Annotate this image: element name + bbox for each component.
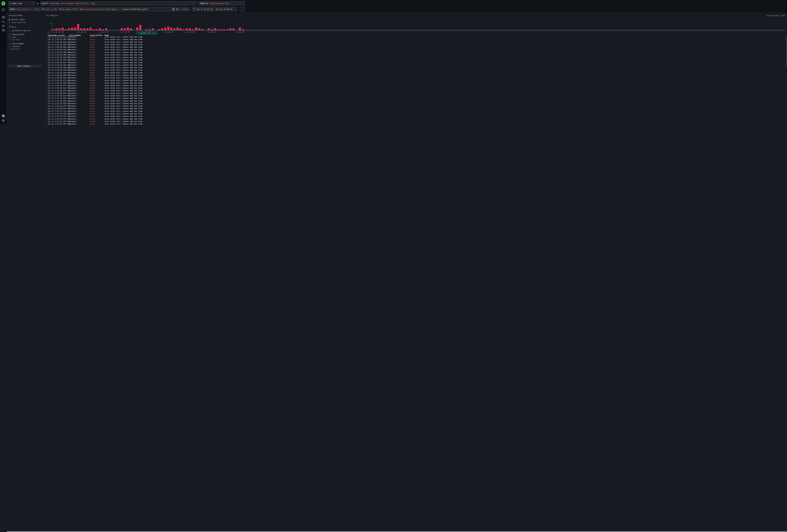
table-row[interactable]: ›Jun 11 1:52:35.232 PMpaymenterrorVisa c… (44, 97, 247, 100)
table-row[interactable]: ›Jun 11 1:54:09.906 PMpaymenterrorVisa c… (44, 74, 247, 77)
histogram-bar[interactable] (68, 28, 70, 30)
filter-option-info[interactable]: info (9, 36, 16, 38)
filter-option-checkout[interactable]: checkout (9, 45, 20, 47)
mode-event-patterns[interactable]: Event Patterns (11, 22, 26, 24)
run-query-button[interactable]: ▷ (240, 7, 245, 12)
histogram-bar[interactable] (161, 28, 163, 30)
help-button[interactable]: ? (2, 114, 5, 118)
data-source-select[interactable]: Demo Logs (8, 1, 35, 5)
histogram-bar[interactable] (139, 25, 141, 30)
histogram-bar[interactable] (89, 27, 92, 30)
table-row[interactable]: ›Jun 11 1:53:10.922 PMpaymenterrorVisa c… (44, 87, 247, 89)
search-icon[interactable] (9, 34, 11, 36)
chart-explorer-icon[interactable] (2, 20, 5, 23)
more-filters-button[interactable]: More filters (8, 65, 42, 68)
table-row[interactable]: ›Jun 11 1:51:31.415 PMpaymenterrorVisa c… (44, 120, 247, 123)
histogram-bar[interactable] (59, 28, 61, 30)
table-row[interactable]: ›Jun 11 1:54:52.241 PMpaymenterrorVisa c… (44, 64, 247, 66)
col-servicename[interactable]: ServiceName (69, 34, 81, 36)
denoise-checkbox[interactable] (9, 30, 11, 31)
table-row[interactable]: ›Jun 11 1:52:19.473 PMpaymenterrorVisa c… (44, 105, 247, 107)
histogram-bar[interactable] (71, 27, 73, 30)
checkout-checkbox[interactable] (9, 46, 11, 47)
histogram-bar[interactable] (170, 27, 172, 30)
histogram-bar[interactable] (136, 27, 138, 30)
histogram-bar[interactable] (229, 28, 231, 30)
histogram-bar[interactable] (77, 24, 79, 30)
histogram-bar[interactable] (130, 28, 132, 30)
histogram-bar[interactable] (105, 28, 107, 30)
table-row[interactable]: ›Jun 11 1:55:39.324 PMpaymenterrorVisa c… (44, 56, 247, 59)
histogram-bar[interactable] (198, 28, 200, 30)
table-row[interactable]: ›Jun 11 1:51:57.712 PMpaymenterrorVisa c… (44, 110, 247, 112)
table-row[interactable]: ›Jun 11 1:53:05.578 PMpaymenterrorVisa c… (44, 89, 247, 92)
histogram-bar[interactable] (62, 27, 64, 30)
histogram-bar[interactable] (83, 28, 85, 30)
histogram-bar[interactable] (208, 28, 210, 30)
column-resize-handle[interactable]: ⋮ (88, 34, 90, 36)
histogram-bar[interactable] (189, 28, 191, 30)
table-row[interactable]: ›Jun 11 1:52:02.581 PMpaymenterrorVisa c… (44, 107, 247, 110)
table-row[interactable]: ›Jun 11 1:55:07.827 PMpaymenterrorVisa c… (44, 61, 247, 64)
histogram-bar[interactable] (121, 28, 123, 30)
histogram-bar[interactable] (167, 27, 169, 30)
table-row[interactable]: ›Jun 11 1:54:43.948 PMpaymenterrorVisa c… (44, 66, 247, 69)
histogram-bar[interactable] (99, 28, 101, 30)
info-checkbox[interactable] (9, 36, 11, 38)
histogram-bar[interactable] (177, 27, 179, 30)
histogram-bar[interactable] (239, 27, 241, 30)
histogram-bar[interactable] (152, 28, 154, 30)
histogram-bar[interactable] (74, 27, 76, 30)
table-row[interactable]: ›Jun 11 1:51:39.115 PMpaymenterrorVisa c… (44, 118, 247, 120)
search-icon[interactable] (9, 43, 11, 45)
mode-results-table[interactable]: Results Table (11, 19, 25, 21)
table-row[interactable]: ›Jun 11 1:56:03.248 PMpaymenterrorVisa c… (44, 48, 247, 51)
col-severitytext[interactable]: SeverityText (90, 34, 103, 36)
lucene-mode-toggle[interactable]: Lucene (182, 8, 188, 10)
resume-live-tail-button[interactable]: Resume Live Tail (136, 31, 158, 35)
denoise-results-toggle[interactable]: Denoise Results (9, 29, 31, 31)
table-row[interactable]: ›Jun 11 1:54:40.218 PMpaymenterrorVisa c… (44, 69, 247, 71)
gear-icon[interactable]: ⚙ (36, 2, 39, 5)
table-row[interactable]: ›Jun 11 1:53:00.676 PMpaymenterrorVisa c… (44, 92, 247, 94)
table-row[interactable]: ›Jun 11 1:52:51.824 PMpaymenterrorVisa c… (44, 94, 247, 97)
sidebar-panel-icon[interactable] (2, 8, 5, 11)
user-avatar[interactable]: U (2, 119, 5, 122)
table-row[interactable]: ›Jun 11 1:56:51.975 PMpaymenterrorVisa c… (44, 36, 247, 38)
table-row[interactable]: ›Jun 11 1:52:30.469 PMpaymenterrorVisa c… (44, 100, 247, 102)
col-timestamp[interactable]: Timestamp (Local) (47, 34, 65, 36)
app-logo-icon[interactable] (1, 2, 5, 5)
histogram-bar[interactable] (56, 28, 58, 30)
search-logs-icon[interactable] (2, 16, 5, 19)
table-row[interactable]: ›Jun 11 1:51:43.121 PMpaymenterrorVisa c… (44, 115, 247, 118)
histogram-bar[interactable] (173, 28, 175, 30)
select-query-input[interactable]: SELECT Timestamp, ServiceName, SeverityT… (40, 1, 196, 5)
table-row[interactable]: ›Jun 11 1:52:25.630 PMpaymenterrorVisa c… (44, 102, 247, 105)
histogram-bar[interactable] (214, 28, 216, 30)
histogram-bar[interactable] (164, 27, 166, 30)
load-more-servicename[interactable]: Load more (9, 48, 20, 50)
table-row[interactable]: ›Jun 11 1:53:41.873 PMpaymenterrorVisa c… (44, 79, 247, 82)
sql-mode-toggle[interactable]: SQL (176, 8, 179, 10)
table-row[interactable]: ›Jun 11 1:55:16.296 PMpaymenterrorVisa c… (44, 59, 247, 61)
histogram-bar[interactable] (127, 27, 129, 30)
time-range-picker[interactable]: Jun 11 13:41:52 - Jun 11 13:56:52 (192, 7, 237, 12)
where-query-input[interactable]: WHERE SeverityText = 'error' AND Body IL… (8, 7, 190, 12)
histogram-bar[interactable] (179, 28, 182, 30)
column-resize-handle[interactable]: ⋮ (67, 34, 69, 36)
table-row[interactable]: ›Jun 11 1:56:08.948 PMpaymenterrorVisa c… (44, 46, 247, 48)
table-row[interactable]: ›Jun 11 1:53:24.274 PMpaymenterrorVisa c… (44, 84, 247, 87)
col-body[interactable]: Body (105, 34, 109, 36)
sessions-laptop-icon[interactable] (2, 25, 5, 27)
table-row[interactable]: ›Jun 11 1:55:59.760 PMpaymenterrorVisa c… (44, 51, 247, 54)
histogram-bar[interactable] (195, 27, 197, 30)
histogram-bar[interactable] (124, 28, 126, 30)
table-row[interactable]: ›Jun 11 1:51:47.229 PMpaymenterrorVisa c… (44, 112, 247, 115)
table-row[interactable]: ›Jun 11 1:53:26.250 PMpaymenterrorVisa c… (44, 82, 247, 84)
table-row[interactable]: ›Jun 11 1:56:42.995 PMpaymenterrorVisa c… (44, 38, 247, 41)
table-row[interactable]: ›Jun 11 1:51:23.457 PMpaymenterrorVisa c… (44, 123, 247, 124)
dashboards-icon[interactable] (2, 29, 5, 31)
table-row[interactable]: ›Jun 11 1:54:26.230 PMpaymenterrorVisa c… (44, 71, 247, 74)
histogram-bar[interactable] (233, 28, 235, 30)
order-by-input[interactable]: ORDER BY TimestampTime DESC (198, 1, 245, 5)
